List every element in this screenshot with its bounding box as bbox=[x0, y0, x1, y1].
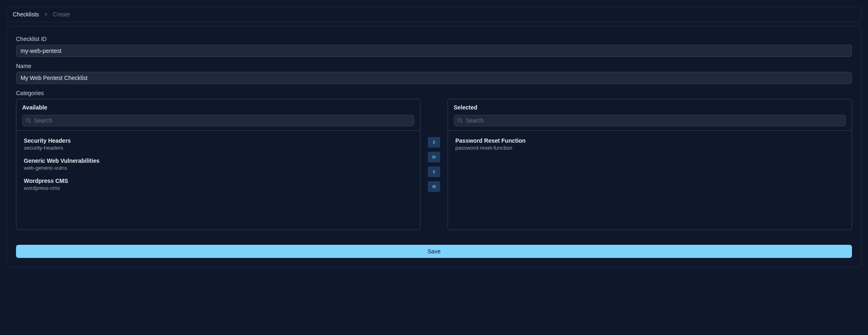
available-list: Security Headers security-headers Generi… bbox=[16, 131, 420, 230]
list-item-id: password-reset-function bbox=[455, 145, 844, 151]
dual-list: Available Security Headers security-head… bbox=[16, 99, 852, 230]
list-item-id: wordpress-cms bbox=[24, 185, 413, 191]
checklist-id-input[interactable] bbox=[16, 45, 852, 57]
name-label: Name bbox=[16, 63, 852, 69]
list-item-title: Generic Web Vulnerabilities bbox=[24, 157, 413, 164]
selected-list: Password Reset Function password-reset-f… bbox=[448, 131, 852, 230]
list-item[interactable]: Wordpress CMS wordpress-cms bbox=[20, 174, 417, 194]
available-search-input[interactable] bbox=[22, 115, 414, 126]
list-item[interactable]: Generic Web Vulnerabilities web-generic-… bbox=[20, 154, 417, 174]
list-item[interactable]: Password Reset Function password-reset-f… bbox=[451, 134, 848, 154]
categories-label: Categories bbox=[16, 90, 852, 96]
svg-line-3 bbox=[461, 122, 462, 123]
name-input[interactable] bbox=[16, 72, 852, 84]
move-all-right-button[interactable] bbox=[428, 152, 440, 162]
categories-group: Categories Available Security Head bbox=[16, 90, 852, 230]
move-right-button[interactable] bbox=[428, 137, 440, 148]
available-title: Available bbox=[22, 104, 414, 111]
breadcrumb: Checklists Create bbox=[7, 7, 861, 22]
name-group: Name bbox=[16, 63, 852, 84]
checklist-id-group: Checklist ID bbox=[16, 36, 852, 57]
chevron-left-icon bbox=[431, 169, 437, 175]
selected-search-input[interactable] bbox=[454, 115, 846, 126]
search-icon bbox=[457, 118, 463, 123]
checklist-id-label: Checklist ID bbox=[16, 36, 852, 42]
move-all-left-button[interactable] bbox=[428, 181, 440, 192]
list-item-title: Password Reset Function bbox=[455, 137, 844, 144]
list-item[interactable]: Security Headers security-headers bbox=[20, 134, 417, 154]
move-left-button[interactable] bbox=[428, 166, 440, 177]
transfer-controls bbox=[426, 99, 442, 230]
save-button[interactable]: Save bbox=[16, 245, 852, 258]
list-item-id: security-headers bbox=[24, 145, 413, 151]
chevrons-left-icon bbox=[431, 184, 437, 189]
breadcrumb-current: Create bbox=[53, 11, 70, 18]
list-item-title: Wordpress CMS bbox=[24, 178, 413, 184]
svg-point-2 bbox=[458, 119, 461, 122]
selected-title: Selected bbox=[454, 104, 846, 111]
chevrons-right-icon bbox=[431, 154, 437, 160]
available-panel: Available Security Headers security-head… bbox=[16, 99, 420, 230]
chevron-right-icon bbox=[431, 139, 437, 145]
list-item-id: web-generic-vulns bbox=[24, 165, 413, 171]
list-item-title: Security Headers bbox=[24, 137, 413, 144]
search-icon bbox=[25, 118, 31, 123]
svg-point-0 bbox=[26, 119, 30, 122]
form-card: Checklist ID Name Categories Available bbox=[7, 26, 861, 267]
svg-line-1 bbox=[30, 122, 31, 123]
selected-panel: Selected Password Reset Function passwor… bbox=[448, 99, 852, 230]
breadcrumb-root[interactable]: Checklists bbox=[13, 11, 39, 18]
chevron-right-icon bbox=[43, 11, 49, 17]
